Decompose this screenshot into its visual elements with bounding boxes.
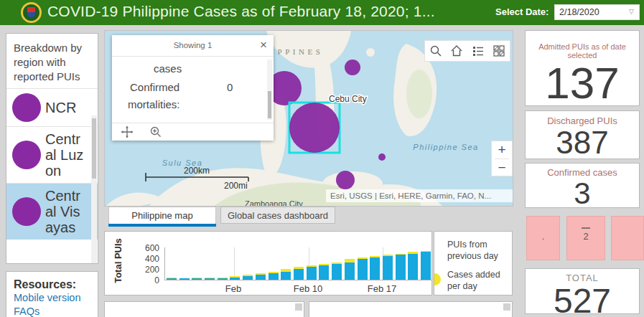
bar-cases-added[interactable]: [294, 267, 304, 269]
map-popup: Showing 1 × cases Confirmed 0 mortalitie…: [112, 35, 274, 141]
region-label: NCR: [45, 100, 88, 115]
tab-global-cases-dashboard[interactable]: Global cases dashboard: [220, 207, 335, 224]
popup-scrollbar[interactable]: [267, 60, 272, 120]
bar-puis-previous[interactable]: [345, 262, 355, 280]
bar-cases-added[interactable]: [370, 256, 380, 257]
legend-swatch-yellow: [434, 273, 441, 285]
zoom-in-button[interactable]: +: [492, 141, 512, 158]
bar-cases-added[interactable]: [383, 255, 393, 256]
philippine-map[interactable]: PHILIPPINES Philippine Sea Sulu Sea Zamb…: [104, 30, 513, 207]
bar-cases-added[interactable]: [192, 278, 202, 278]
legend-list-icon[interactable]: [472, 44, 485, 57]
bar-puis-previous[interactable]: [230, 278, 240, 280]
map-label-city-bottom: Zamboanga City: [245, 199, 303, 207]
bar-puis-previous[interactable]: [332, 264, 342, 280]
region-marker-icon: [12, 93, 41, 122]
region-label: Central Luzon: [45, 131, 88, 179]
bar-puis-previous[interactable]: [218, 278, 228, 280]
dashboard: COVID-19 Philippine Cases as of February…: [0, 0, 644, 317]
bar-cases-added[interactable]: [396, 254, 406, 255]
resources-title: Resources:: [14, 278, 90, 291]
region-item-central-visayas[interactable]: Central Visayas: [6, 183, 98, 240]
scroll-arrow-icon[interactable]: [295, 303, 302, 311]
bar-cases-added[interactable]: [167, 278, 177, 278]
legend-item-cases-added[interactable]: Cases added per day: [447, 269, 502, 292]
bar-puis-previous[interactable]: [294, 269, 304, 280]
bar-cases-added[interactable]: [332, 262, 342, 264]
chart-plot[interactable]: [164, 247, 431, 280]
case-marker[interactable]: [378, 153, 386, 161]
x-tick: Feb: [225, 283, 241, 294]
bar-puis-previous[interactable]: [205, 278, 215, 280]
region-item-central-luzon[interactable]: Central Luzon: [6, 126, 98, 183]
region-item-ncr[interactable]: NCR: [6, 88, 98, 126]
admitted-label: Admitted PUIs as of date selected: [526, 42, 639, 60]
doh-logo-icon: [21, 2, 42, 23]
legend-item-puis[interactable]: PUIs from previous day: [447, 239, 502, 262]
y-tick: 200: [131, 265, 159, 275]
date-select-input[interactable]: [554, 4, 640, 20]
search-icon[interactable]: [429, 44, 442, 57]
bar-puis-previous[interactable]: [243, 276, 253, 280]
bar-puis-previous[interactable]: [421, 252, 431, 280]
bar-cases-added[interactable]: [281, 269, 291, 271]
bar-cases-added[interactable]: [421, 251, 431, 252]
bar-cases-added[interactable]: [205, 278, 215, 278]
bar-puis-previous[interactable]: [256, 275, 266, 280]
bar-puis-previous[interactable]: [307, 267, 317, 280]
scroll-arrow-icon[interactable]: [503, 303, 510, 311]
bar-cases-added[interactable]: [269, 272, 279, 273]
tab-philippine-map[interactable]: Philippine map: [108, 207, 216, 224]
bar-puis-previous[interactable]: [396, 255, 406, 280]
bar-cases-added[interactable]: [408, 252, 418, 254]
popup-field-mortalities: mortalities:: [128, 98, 180, 110]
y-tick: 400: [131, 254, 159, 264]
header-bar: COVID-19 Philippine Cases as of February…: [0, 0, 644, 25]
bar-puis-previous[interactable]: [358, 259, 368, 280]
bar-puis-previous[interactable]: [408, 254, 418, 280]
bar-cases-added[interactable]: [256, 273, 266, 275]
close-icon[interactable]: ×: [260, 38, 267, 52]
bar-puis-previous[interactable]: [167, 278, 177, 280]
case-marker[interactable]: [345, 60, 360, 75]
bar-puis-previous[interactable]: [370, 257, 380, 280]
mobile-version-link[interactable]: Mobile version: [14, 291, 90, 305]
legend-label: PUIs from previous day: [447, 240, 498, 261]
chart-y-axis-label: Total PUIs: [113, 232, 123, 290]
bar-cases-added[interactable]: [345, 259, 355, 262]
zoom-out-button[interactable]: −: [492, 159, 512, 176]
scale-km-label: 200km: [184, 166, 210, 176]
zoom-to-icon[interactable]: [149, 126, 162, 138]
total-panel: TOTAL 527: [525, 268, 640, 314]
case-marker-selected[interactable]: [289, 103, 340, 153]
bar-puis-previous[interactable]: [179, 278, 190, 280]
bar-cases-added[interactable]: [218, 278, 228, 278]
legend-label: Cases added per day: [447, 270, 500, 291]
bottom-panel-right: [309, 301, 513, 317]
bar-cases-added[interactable]: [230, 276, 240, 278]
bar-puis-previous[interactable]: [383, 256, 393, 280]
pan-move-icon[interactable]: [121, 126, 134, 138]
indicator-box-2: 2: [566, 216, 605, 260]
zoom-control: + −: [491, 141, 513, 176]
bar-cases-added[interactable]: [319, 264, 329, 265]
faqs-link[interactable]: FAQs: [14, 305, 90, 317]
confirmed-cases-panel: Confirmed cases 3: [525, 163, 640, 208]
case-marker[interactable]: [336, 171, 355, 189]
bar-puis-previous[interactable]: [192, 278, 202, 280]
bar-puis-previous[interactable]: [319, 265, 329, 280]
bar-puis-previous[interactable]: [281, 272, 291, 280]
region-list-scrollbar[interactable]: [91, 115, 97, 263]
select-date-label: Select Date:: [495, 6, 549, 17]
indicator-box-3: [611, 216, 644, 260]
bar-cases-added[interactable]: [243, 275, 253, 276]
bar-cases-added[interactable]: [358, 257, 368, 259]
confirmed-value: 3: [526, 178, 639, 209]
bar-cases-added[interactable]: [307, 265, 317, 268]
map-label-cebu-city: Cebu City: [329, 94, 367, 104]
bar-puis-previous[interactable]: [269, 273, 279, 280]
region-breakdown-panel: Breakdown by region with reported PUIs N…: [6, 33, 98, 264]
home-icon[interactable]: [450, 44, 463, 57]
basemap-icon[interactable]: [493, 44, 505, 57]
chart-legend-panel: PUIs from previous day Cases added per d…: [434, 231, 513, 295]
